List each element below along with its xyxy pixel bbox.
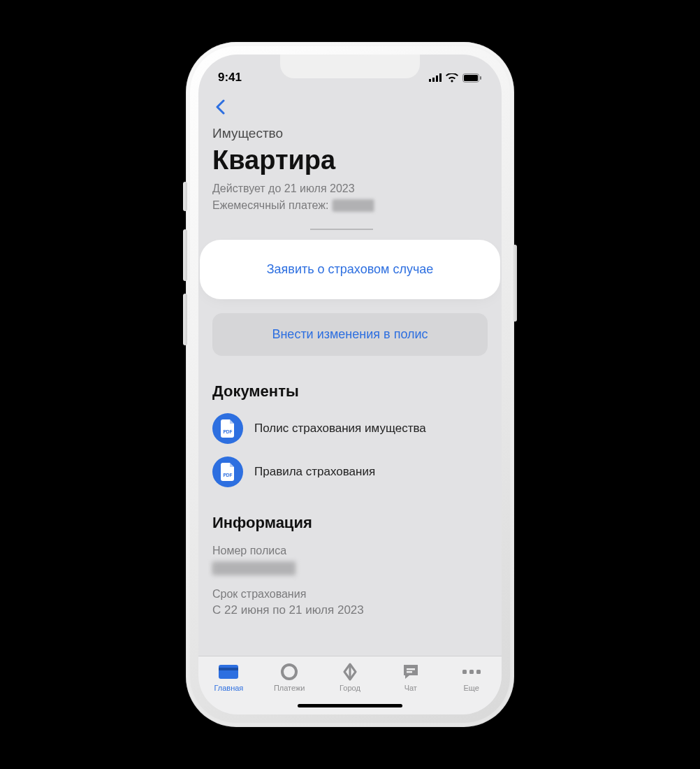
report-claim-button[interactable]: Заявить о страховом случае: [207, 247, 493, 292]
pdf-icon: PDF: [212, 457, 243, 487]
chat-icon: [402, 662, 420, 682]
tab-label: Еще: [463, 684, 479, 692]
card-icon: [218, 662, 239, 682]
document-label: Полис страхования имущества: [254, 422, 426, 436]
status-bar: 9:41: [198, 55, 502, 92]
tab-chat[interactable]: Чат: [386, 662, 436, 692]
svg-text:PDF: PDF: [224, 429, 233, 434]
tab-label: Главная: [214, 684, 243, 692]
svg-rect-10: [407, 671, 412, 673]
svg-rect-6: [219, 668, 238, 670]
amend-policy-label: Внести изменения в полис: [272, 327, 428, 341]
tab-label: Чат: [404, 684, 417, 692]
term-value: С 22 июня по 21 июля 2023: [212, 603, 488, 617]
circle-icon: [280, 662, 298, 682]
cellular-icon: [429, 73, 442, 82]
tab-home[interactable]: Главная: [203, 662, 254, 692]
svg-text:PDF: PDF: [224, 473, 233, 477]
info-title: Информация: [212, 514, 488, 532]
divider: [310, 229, 373, 230]
svg-rect-11: [462, 670, 467, 674]
document-row[interactable]: PDF Полис страхования имущества: [212, 413, 488, 444]
svg-rect-1: [464, 75, 478, 81]
document-label: Правила страхования: [254, 465, 375, 479]
svg-rect-12: [469, 670, 474, 674]
tab-label: Платежи: [274, 684, 305, 692]
battery-icon: [462, 73, 482, 82]
policy-number-value-redacted: [212, 561, 296, 575]
back-button[interactable]: [210, 93, 231, 122]
wifi-icon: [446, 73, 458, 82]
tab-city[interactable]: Город: [325, 662, 375, 692]
policy-number-label: Номер полиса: [212, 545, 488, 557]
report-claim-label: Заявить о страховом случае: [267, 262, 434, 276]
svg-rect-5: [219, 665, 238, 679]
valid-until: Действует до 21 июля 2023: [212, 182, 488, 195]
policy-category: Имущество: [212, 126, 488, 141]
svg-point-7: [282, 665, 296, 679]
svg-rect-2: [480, 76, 481, 80]
tab-more[interactable]: Еще: [446, 662, 497, 692]
svg-rect-9: [407, 668, 415, 670]
monthly-payment-value-redacted: [333, 199, 374, 212]
tab-label: Город: [340, 684, 360, 692]
document-row[interactable]: PDF Правила страхования: [212, 457, 488, 487]
term-label: Срок страхования: [212, 588, 488, 601]
diamond-icon: [340, 662, 360, 682]
tab-payments[interactable]: Платежи: [264, 662, 314, 692]
monthly-payment-label: Ежемесячный платеж:: [212, 199, 328, 212]
more-icon: [462, 662, 481, 682]
phone-frame: 9:41: [186, 42, 514, 727]
svg-rect-13: [476, 670, 481, 674]
status-time: 9:41: [218, 71, 242, 85]
documents-title: Документы: [212, 382, 488, 401]
page-title: Квартира: [212, 145, 488, 175]
monthly-payment-row: Ежемесячный платеж:: [212, 199, 488, 212]
pdf-icon: PDF: [212, 413, 243, 444]
amend-policy-button[interactable]: Внести изменения в полис: [212, 313, 488, 356]
home-indicator[interactable]: [298, 704, 402, 707]
